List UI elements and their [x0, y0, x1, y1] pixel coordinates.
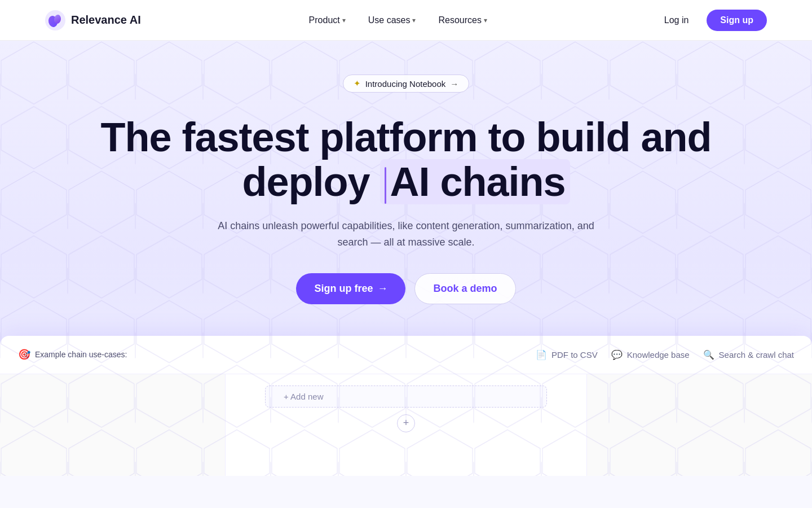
pdf-icon: 📄 — [536, 349, 547, 360]
nav-actions: Log in Sign up — [655, 10, 767, 31]
signup-free-button[interactable]: Sign up free → — [296, 273, 405, 304]
hero-headline-part1: The fastest platform to build and — [100, 115, 711, 160]
arrow-right-icon: → — [377, 283, 387, 295]
demo-col-right — [587, 374, 812, 476]
demo-label-text: Example chain use-cases: — [35, 350, 127, 359]
demo-tab-search[interactable]: 🔍 Search & crawl chat — [703, 347, 794, 362]
hero-headline: The fastest platform to build and deploy… — [45, 115, 767, 204]
add-new-button[interactable]: + Add new — [265, 386, 547, 408]
cta-buttons: Sign up free → Book a demo — [45, 273, 767, 304]
signup-free-label: Sign up free — [314, 283, 373, 295]
logo-text: Relevance AI — [71, 14, 141, 27]
signup-button[interactable]: Sign up — [707, 10, 767, 31]
demo-tab-search-label: Search & crawl chat — [719, 350, 794, 360]
search-icon: 🔍 — [703, 349, 714, 360]
book-demo-button[interactable]: Book a demo — [414, 273, 515, 304]
nav-resources-label: Resources — [438, 15, 481, 25]
demo-tabs: 📄 PDF to CSV 💬 Knowledge base 🔍 Search &… — [536, 347, 794, 362]
demo-card: 🎯 Example chain use-cases: 📄 PDF to CSV … — [0, 336, 812, 476]
chevron-down-icon: ▾ — [342, 16, 346, 24]
demo-label: 🎯 Example chain use-cases: — [18, 348, 127, 361]
demo-label-icon: 🎯 — [18, 348, 30, 361]
nav-usecases-label: Use cases — [368, 15, 411, 25]
demo-card-body: + Add new + — [0, 374, 812, 476]
hero-section: ✦ Introducing Notebook → The fastest pla… — [0, 41, 812, 476]
arrow-icon: → — [450, 79, 458, 89]
demo-tab-pdf[interactable]: 📄 PDF to CSV — [536, 347, 598, 362]
demo-tab-knowledge[interactable]: 💬 Knowledge base — [611, 347, 690, 362]
nav-item-resources[interactable]: Resources ▾ — [429, 11, 496, 30]
badge-text: Introducing Notebook — [365, 79, 446, 89]
nav-item-usecases[interactable]: Use cases ▾ — [359, 11, 425, 30]
spark-icon: ✦ — [354, 78, 361, 89]
hero-headline-highlight: AI chains — [380, 159, 570, 204]
login-button[interactable]: Log in — [655, 11, 698, 30]
book-demo-label: Book a demo — [433, 283, 497, 295]
demo-col-left — [0, 374, 226, 476]
hero-headline-part2: deploy — [242, 159, 380, 204]
nav-links: Product ▾ Use cases ▾ Resources ▾ — [300, 11, 496, 30]
navbar: Relevance AI Product ▾ Use cases ▾ Resou… — [0, 0, 812, 41]
demo-tab-knowledge-label: Knowledge base — [627, 350, 690, 360]
demo-tab-pdf-label: PDF to CSV — [551, 350, 598, 360]
chevron-down-icon: ▾ — [484, 16, 487, 24]
plus-circle-button[interactable]: + — [397, 414, 415, 432]
logo-link[interactable]: Relevance AI — [45, 10, 141, 30]
add-new-label: + Add new — [284, 392, 323, 401]
chevron-down-icon: ▾ — [412, 16, 416, 24]
knowledge-icon: 💬 — [611, 349, 623, 360]
announcing-badge[interactable]: ✦ Introducing Notebook → — [343, 75, 470, 93]
demo-col-main: + Add new + — [226, 374, 586, 476]
hero-subtext: AI chains unleash powerful capabilities,… — [214, 218, 598, 251]
nav-product-label: Product — [309, 15, 340, 25]
demo-card-header: 🎯 Example chain use-cases: 📄 PDF to CSV … — [0, 336, 812, 374]
nav-item-product[interactable]: Product ▾ — [300, 11, 355, 30]
logo-icon — [45, 10, 65, 30]
